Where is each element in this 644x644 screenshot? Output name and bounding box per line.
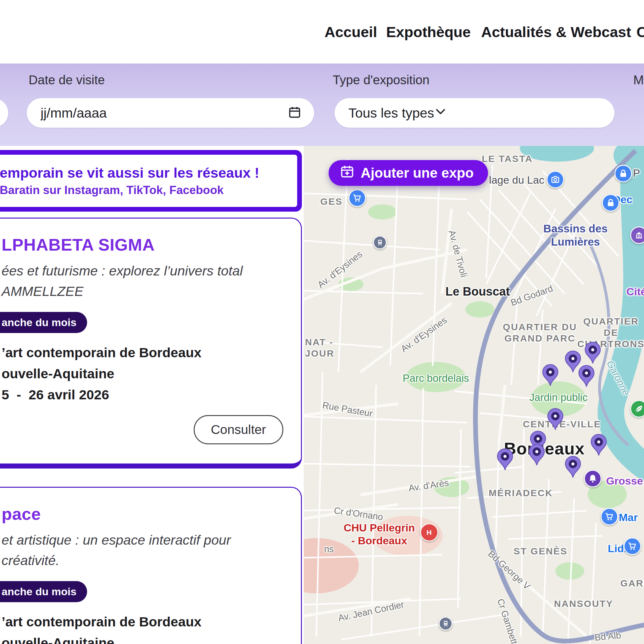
calendar-plus-icon xyxy=(340,164,354,182)
map-label: Cité xyxy=(626,285,644,298)
calendar-icon[interactable] xyxy=(288,105,302,120)
map-label: MÉRIADECK xyxy=(489,487,553,499)
month-pick-badge: anche du mois xyxy=(0,312,87,333)
chevron-down-icon xyxy=(434,105,447,121)
expo-actions: Consulter xyxy=(2,415,283,444)
map-pin[interactable] xyxy=(590,434,608,458)
map-label: CHU Pellegrin - Bordeaux xyxy=(344,521,415,547)
expo-description-line: AMMELLZEE xyxy=(2,281,283,302)
bell-icon[interactable] xyxy=(584,470,602,487)
map-label: Grosse xyxy=(606,475,643,487)
map-pin[interactable] xyxy=(578,365,595,389)
map-pin[interactable] xyxy=(584,342,602,365)
map-canvas[interactable] xyxy=(304,146,644,644)
expo-description-line: et artistique : un espace interactif pou… xyxy=(2,530,283,550)
type-select[interactable]: Tous les types xyxy=(335,98,614,128)
date-input-wrap xyxy=(27,98,314,128)
cart-icon[interactable] xyxy=(601,508,618,525)
expo-venue: ’art contemporain de Bordeaux xyxy=(2,614,283,630)
map-label: NANSOUTY xyxy=(554,598,613,609)
social-banner-title: emporain se vit aussi sur les réseaux ! xyxy=(0,165,297,181)
add-expo-label: Ajouter une expo xyxy=(361,165,474,181)
hospital-icon[interactable]: H xyxy=(420,523,438,541)
filter-right-label: M xyxy=(633,73,644,87)
map[interactable]: LE TASTAlage du LacPGESDecBassins des Lu… xyxy=(304,146,644,644)
expo-dates: 5 - 26 avril 2026 xyxy=(2,387,283,403)
map-pin[interactable] xyxy=(528,444,546,467)
map-label: GES xyxy=(320,196,343,207)
map-label: Bd Alb xyxy=(594,630,622,643)
expo-venue: ’art contemporain de Bordeaux xyxy=(2,345,283,360)
results-panel: emporain se vit aussi sur les réseaux ! … xyxy=(0,146,304,644)
lock-icon[interactable] xyxy=(602,194,619,212)
map-pin[interactable] xyxy=(547,408,564,432)
social-banner: emporain se vit aussi sur les réseaux ! … xyxy=(0,150,302,212)
map-label: Le Bouscat xyxy=(446,285,510,299)
add-expo-button[interactable]: Ajouter une expo xyxy=(329,160,488,186)
date-input[interactable] xyxy=(27,98,288,128)
map-label: NAT - JOUR xyxy=(305,336,334,359)
tram-icon[interactable] xyxy=(373,236,387,249)
type-select-value: Tous les types xyxy=(348,105,434,121)
map-label: GARE xyxy=(620,578,644,589)
map-label: QUARTIER DU GRAND PARC xyxy=(503,321,577,344)
map-pin[interactable] xyxy=(496,448,514,472)
map-label: Jardin public xyxy=(529,391,587,404)
expo-description-line: créativité. xyxy=(2,550,283,571)
expo-region: ouvelle-Aquitaine xyxy=(2,366,283,381)
map-label: LE TASTA xyxy=(482,153,533,164)
expo-title: LPHABETA SIGMA xyxy=(2,235,283,254)
top-header: Accueil Expothèque Actualités & Webcast … xyxy=(0,0,644,64)
nav-expotheque[interactable]: Expothèque xyxy=(386,23,471,41)
page: Accueil Expothèque Actualités & Webcast … xyxy=(0,0,644,644)
map-label: Mar xyxy=(619,511,638,524)
lock-icon[interactable] xyxy=(614,165,632,182)
expo-card: LPHABETA SIGMA ées et futurisme : explor… xyxy=(0,218,302,469)
train-icon[interactable] xyxy=(439,617,452,630)
social-banner-inner: emporain se vit aussi sur les réseaux ! … xyxy=(0,155,297,207)
expo-title: pace xyxy=(2,504,283,524)
date-label: Date de visite xyxy=(29,73,105,87)
nav-actualites-webcast[interactable]: Actualités & Webcast xyxy=(481,23,631,41)
expo-description: et artistique : un espace interactif pou… xyxy=(2,530,283,570)
svg-text:H: H xyxy=(427,529,432,536)
filter-bar: Date de visite Type d'exposition Tous le… xyxy=(0,64,644,146)
nav-accueil[interactable]: Accueil xyxy=(325,23,377,41)
map-label: P xyxy=(633,167,640,180)
expo-description: ées et futurisme : explorez l’univers to… xyxy=(2,261,283,301)
consulter-button[interactable]: Consulter xyxy=(194,415,283,444)
map-label: Bassins des Lumières xyxy=(541,222,610,248)
type-label: Type d'exposition xyxy=(333,73,430,87)
expo-card: pace et artistique : un espace interacti… xyxy=(0,487,302,644)
expo-region: ouvelle-Aquitaine xyxy=(2,635,283,644)
expo-description-line: ées et futurisme : explorez l’univers to… xyxy=(2,261,283,281)
nav-cut-item[interactable]: C xyxy=(636,23,644,41)
map-label: ST GENÈS xyxy=(514,546,568,557)
map-label: Parc bordelais xyxy=(403,372,469,385)
map-pin[interactable] xyxy=(564,456,582,480)
map-pin[interactable] xyxy=(541,364,559,388)
camera-icon[interactable] xyxy=(547,171,564,188)
month-pick-badge: anche du mois xyxy=(0,581,87,602)
map-label: ns xyxy=(324,544,334,555)
filter-input-cut[interactable] xyxy=(0,98,8,128)
cart-icon[interactable] xyxy=(348,189,366,207)
social-banner-subtitle: Baratin sur Instagram, TikTok, Facebook xyxy=(0,184,297,197)
map-label: lage du Lac xyxy=(489,174,544,186)
cart-icon[interactable] xyxy=(624,537,641,555)
